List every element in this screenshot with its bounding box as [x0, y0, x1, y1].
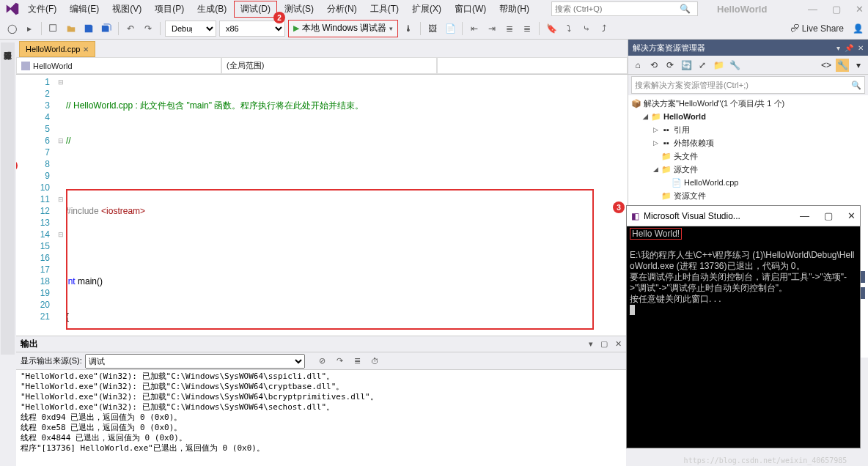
code-editor[interactable]: 123456789101112131415161718192021 ⊟⊟⊟⊟ /…	[16, 75, 628, 358]
clear-icon[interactable]: ⊘	[315, 354, 330, 369]
file-icon[interactable]: 📄	[443, 21, 457, 36]
refresh-icon[interactable]: 🔄	[680, 59, 693, 72]
source-file-node[interactable]: 📄HelloWorld.cpp	[631, 176, 865, 189]
comment-icon[interactable]: ≣	[502, 21, 517, 36]
scope-project-select[interactable]: HelloWorld	[16, 57, 221, 74]
collapse-icon[interactable]: ⤢	[696, 59, 709, 72]
project-icon	[21, 62, 30, 70]
undo-icon[interactable]: ↶	[123, 21, 138, 36]
maximize-icon[interactable]: ▢	[600, 339, 608, 349]
line-gutter: 123456789101112131415161718192021	[16, 75, 56, 358]
wrench-icon[interactable]: 🔧	[836, 59, 849, 72]
close-icon[interactable]: ✕	[847, 210, 856, 221]
step-into-icon[interactable]: ⤷	[579, 21, 594, 36]
search-input[interactable]	[555, 4, 680, 13]
menu-edit[interactable]: 编辑(E)	[64, 1, 105, 17]
external-deps-node[interactable]: ▷▪▪外部依赖项	[631, 136, 865, 149]
save-all-icon[interactable]	[99, 21, 114, 36]
menu-window[interactable]: 窗口(W)	[449, 1, 492, 17]
resources-node[interactable]: 📁资源文件	[631, 189, 865, 202]
config-select[interactable]: Debug	[165, 21, 216, 37]
uncomment-icon[interactable]: ≣	[520, 21, 534, 36]
code-view-icon[interactable]: <>	[820, 59, 833, 72]
maximize-icon[interactable]: ▢	[832, 4, 841, 15]
scope-member-select[interactable]	[437, 57, 628, 74]
cpp-file-icon: 📄	[672, 177, 682, 188]
minimize-icon[interactable]: ―	[800, 210, 809, 221]
more-icon[interactable]: ▾	[852, 59, 865, 72]
file-tab[interactable]: HelloWorld.cpp ✕	[19, 41, 95, 57]
indent-less-icon[interactable]: ⇤	[467, 21, 482, 36]
stamp-icon[interactable]: ⏱	[368, 354, 383, 369]
menu-view[interactable]: 视图(V)	[106, 1, 147, 17]
step-out-icon[interactable]: ⤴	[597, 21, 611, 36]
window-controls: ― ▢ ✕	[808, 4, 864, 15]
indent-more-icon[interactable]: ⇥	[485, 21, 499, 36]
console-output[interactable]: Hello World! E:\我的程序人生\C++\程序练习 (1)\Hell…	[627, 226, 860, 448]
menu-project[interactable]: 项目(P)	[149, 1, 190, 17]
close-icon[interactable]: ✕	[856, 4, 864, 15]
menu-analyze[interactable]: 分析(N)	[321, 1, 363, 17]
console-icon: ◧	[631, 211, 639, 221]
badge-3: 3	[613, 201, 625, 213]
project-node[interactable]: ◢📁HelloWorld	[631, 110, 865, 123]
search-icon: 🔍	[680, 4, 691, 14]
bookmark-icon[interactable]: 🔖	[544, 21, 559, 36]
nav-fwd-icon[interactable]: ▸	[22, 21, 37, 36]
platform-select[interactable]: x86	[219, 21, 285, 37]
dropdown-icon[interactable]: ▾	[836, 44, 840, 52]
new-project-icon[interactable]	[46, 21, 61, 36]
solution-toolbar: ⌂ ⟲ ⟳ 🔄 ⤢ 📁 🔧 <> 🔧 ▾	[628, 56, 868, 75]
pin-icon[interactable]: ✕	[83, 45, 89, 53]
menu-help[interactable]: 帮助(H)	[493, 1, 535, 17]
menu-bar: 文件(F) 编辑(E) 视图(V) 项目(P) 生成(B) 调试(D) 测试(S…	[0, 0, 868, 18]
code-lines[interactable]: // HelloWorld.cpp : 此文件包含 "main" 函数。程序执行…	[66, 75, 628, 358]
debugger-label: 本地 Windows 调试器	[302, 22, 386, 34]
output-body[interactable]: "HelloWorld.exe"(Win32): 已加载"C:\Windows\…	[16, 370, 626, 466]
back-icon[interactable]: ⟲	[647, 59, 661, 72]
menu-build[interactable]: 生成(B)	[191, 1, 232, 17]
headers-node[interactable]: 📁头文件	[631, 149, 865, 163]
console-window: ◧ Microsoft Visual Studio... ― ▢ ✕ Hello…	[626, 205, 861, 448]
nav-back-icon[interactable]: ◯	[4, 21, 19, 36]
references-node[interactable]: ▷▪▪引用	[631, 123, 865, 136]
app-title: HelloWorld	[717, 4, 767, 15]
scope-global-select[interactable]: (全局范围)	[221, 57, 437, 74]
output-source-select[interactable]: 调试	[85, 354, 305, 369]
menu-extensions[interactable]: 扩展(X)	[406, 1, 447, 17]
menu-file[interactable]: 文件(F)	[22, 1, 62, 17]
minimize-icon[interactable]: ―	[808, 4, 817, 15]
menu-tools[interactable]: 工具(T)	[364, 1, 405, 17]
redo-icon[interactable]: ↷	[141, 21, 155, 36]
vs-logo-icon	[4, 2, 21, 15]
sync-icon[interactable]: ⟳	[663, 59, 677, 72]
menu-debug[interactable]: 调试(D)	[234, 1, 277, 18]
attach-icon[interactable]: 🌡	[401, 21, 416, 36]
save-icon[interactable]	[81, 21, 96, 36]
dropdown-icon[interactable]: ▾	[589, 339, 593, 349]
pin-icon[interactable]: 📌	[845, 44, 853, 52]
img-icon[interactable]: 🖼	[425, 21, 440, 36]
search-box[interactable]: 🔍	[551, 1, 698, 16]
sources-node[interactable]: ◢📁源文件	[631, 163, 865, 176]
console-title-bar[interactable]: ◧ Microsoft Visual Studio... ― ▢ ✕	[627, 206, 860, 226]
home-icon[interactable]: ⌂	[631, 59, 644, 72]
live-share-button[interactable]: 🗪 Live Share 👤	[790, 23, 864, 34]
folder-icon: 📁	[661, 191, 672, 201]
step-over-icon[interactable]: ⤵	[562, 21, 576, 36]
solution-root[interactable]: 📦解决方案"HelloWorld"(1 个项目/共 1 个)	[631, 97, 865, 110]
show-all-icon[interactable]: 📁	[712, 59, 725, 72]
close-icon[interactable]: ✕	[858, 44, 864, 52]
menu-test[interactable]: 测试(S)	[279, 1, 320, 17]
goto-icon[interactable]: ↷	[333, 354, 347, 369]
start-debugger-button[interactable]: ▶ 本地 Windows 调试器 ▾	[288, 20, 398, 37]
maximize-icon[interactable]: ▢	[824, 210, 833, 221]
scope-bar: HelloWorld (全局范围)	[16, 57, 628, 75]
properties-icon[interactable]: 🔧	[728, 59, 741, 72]
solution-search[interactable]: 搜索解决方案资源管理器(Ctrl+;) 🔍	[631, 76, 865, 94]
close-icon[interactable]: ✕	[615, 339, 622, 349]
search-icon: 🔍	[851, 81, 861, 90]
wrap-icon[interactable]: ≣	[350, 354, 365, 369]
open-icon[interactable]	[64, 21, 78, 36]
server-explorer-tab[interactable]: 服务器资源管理器	[1, 42, 15, 355]
